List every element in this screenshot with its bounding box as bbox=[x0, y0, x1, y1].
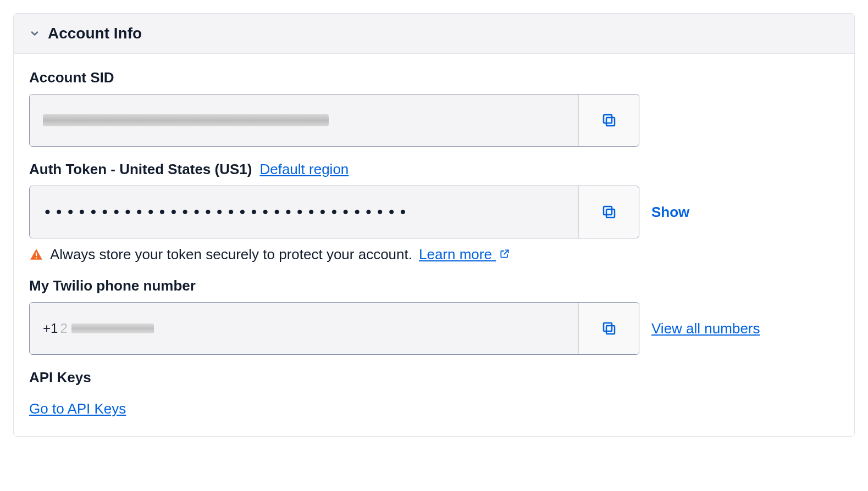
account-sid-section: Account SID bbox=[29, 69, 839, 147]
show-auth-token-button[interactable]: Show bbox=[651, 202, 689, 223]
phone-prefix: +1 bbox=[43, 321, 58, 336]
view-all-numbers-link[interactable]: View all numbers bbox=[651, 320, 760, 337]
svg-rect-0 bbox=[43, 114, 329, 126]
svg-rect-1 bbox=[606, 118, 615, 126]
chevron-down-icon bbox=[29, 28, 40, 39]
copy-icon bbox=[601, 204, 617, 220]
phone-redacted: 2 bbox=[60, 321, 68, 336]
copy-icon bbox=[601, 320, 617, 337]
auth-token-section: Auth Token - United States (US1) Default… bbox=[29, 161, 839, 263]
external-link-icon bbox=[499, 246, 510, 263]
svg-rect-2 bbox=[604, 115, 612, 123]
phone-input-group: +12 bbox=[29, 302, 639, 355]
svg-rect-4 bbox=[604, 207, 612, 215]
account-sid-label: Account SID bbox=[29, 69, 839, 86]
go-to-api-keys-link[interactable]: Go to API Keys bbox=[29, 400, 126, 417]
svg-rect-7 bbox=[71, 323, 154, 333]
auth-token-masked: •••••••••••••••••••••••••••••••• bbox=[43, 203, 410, 221]
learn-more-link[interactable]: Learn more bbox=[419, 246, 510, 263]
auth-token-hint-text: Always store your token securely to prot… bbox=[50, 246, 412, 263]
svg-rect-3 bbox=[606, 209, 615, 217]
copy-phone-button[interactable] bbox=[578, 303, 639, 354]
account-sid-input-group bbox=[29, 94, 639, 147]
account-info-header[interactable]: Account Info bbox=[14, 14, 854, 54]
svg-rect-5 bbox=[36, 252, 37, 256]
phone-label: My Twilio phone number bbox=[29, 277, 839, 294]
svg-rect-6 bbox=[36, 257, 37, 258]
auth-token-label: Auth Token - United States (US1) bbox=[29, 161, 252, 178]
copy-icon bbox=[601, 112, 617, 129]
phone-value[interactable]: +12 bbox=[30, 303, 578, 354]
learn-more-text: Learn more bbox=[419, 246, 492, 263]
warning-icon bbox=[29, 248, 43, 262]
auth-token-hint: Always store your token securely to prot… bbox=[29, 246, 839, 263]
account-sid-value[interactable] bbox=[30, 94, 578, 146]
account-info-panel: Account Info Account SID bbox=[13, 13, 855, 437]
svg-rect-9 bbox=[604, 323, 612, 331]
copy-account-sid-button[interactable] bbox=[578, 94, 639, 146]
redacted-blur-icon bbox=[43, 114, 329, 126]
default-region-link[interactable]: Default region bbox=[259, 161, 349, 178]
api-keys-section: API Keys Go to API Keys bbox=[29, 369, 839, 417]
panel-body: Account SID bbox=[14, 54, 854, 436]
phone-section: My Twilio phone number +12 bbox=[29, 277, 839, 355]
svg-rect-8 bbox=[606, 326, 615, 334]
copy-auth-token-button[interactable] bbox=[578, 186, 639, 238]
auth-token-value[interactable]: •••••••••••••••••••••••••••••••• bbox=[30, 186, 578, 238]
api-keys-label: API Keys bbox=[29, 369, 839, 386]
auth-token-input-group: •••••••••••••••••••••••••••••••• bbox=[29, 186, 639, 238]
panel-title: Account Info bbox=[48, 25, 142, 42]
redacted-blur-icon bbox=[71, 323, 154, 333]
